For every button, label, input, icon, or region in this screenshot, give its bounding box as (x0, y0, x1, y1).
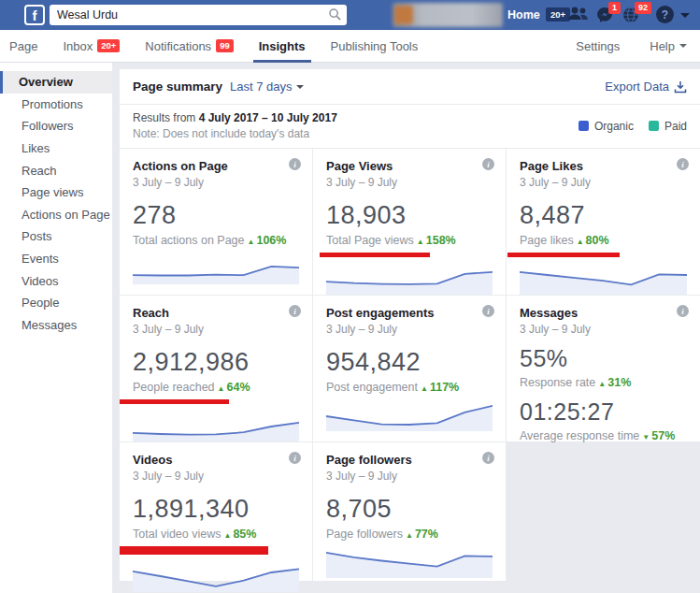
info-icon[interactable]: i (289, 452, 301, 464)
sidebar-item-videos[interactable]: Videos (0, 269, 112, 292)
metric-label-line: Page followers▲77% (326, 528, 493, 541)
account-menu-caret-icon[interactable] (680, 13, 690, 18)
delta-arrow-icon: ▼ (642, 433, 650, 441)
tab-inbox[interactable]: Inbox 20+ (63, 39, 120, 53)
tab-notifications[interactable]: Notifications 99 (145, 39, 233, 53)
metric-value: 18,903 (326, 201, 493, 230)
search-icon[interactable] (328, 7, 342, 22)
friend-requests-icon[interactable] (568, 7, 589, 21)
sparkline-chart (326, 541, 493, 578)
help-label: Help (650, 39, 675, 53)
metric-label: Page likes (520, 234, 574, 247)
export-data-button[interactable]: Export Data (605, 80, 687, 94)
card-period: 3 July – 9 July (520, 176, 687, 189)
legend-paid-label: Paid (664, 120, 687, 133)
sparkline-chart (326, 257, 493, 295)
info-icon[interactable]: i (677, 305, 689, 317)
metric-label: Total actions on Page (133, 234, 245, 247)
info-icon[interactable]: i (482, 158, 494, 170)
paid-swatch-icon (649, 121, 659, 131)
sidebar-item-label: Followers (21, 119, 74, 133)
card-period: 3 July – 9 July (133, 323, 299, 336)
info-icon[interactable]: i (482, 305, 494, 317)
metric-label: Average response time (520, 429, 639, 442)
sidebar-item-followers[interactable]: Followers (0, 115, 112, 137)
delta-value: 117% (430, 381, 459, 394)
sparkline-chart (133, 404, 299, 441)
sidebar-item-posts[interactable]: Posts (0, 225, 112, 248)
settings-link[interactable]: Settings (576, 39, 620, 53)
tab-notifications-label: Notifications (145, 39, 211, 53)
summary-card-page-likes: Page Likes3 July – 9 Julyi8,487Page like… (507, 149, 700, 296)
messenger-count-badge: 1 (608, 2, 621, 14)
metric-label: Total Page views (326, 234, 414, 247)
home-notification-badge: 20+ (546, 7, 570, 22)
facebook-logo[interactable]: f (24, 5, 45, 25)
sidebar-item-overview[interactable]: Overview (0, 71, 112, 94)
info-icon[interactable]: i (677, 158, 689, 170)
card-title: Page Views (326, 159, 493, 173)
tab-inbox-label: Inbox (63, 39, 93, 53)
tab-publishing-tools[interactable]: Publishing Tools (331, 39, 419, 53)
tab-insights[interactable]: Insights (259, 39, 306, 53)
delta-value: 64% (227, 381, 250, 394)
export-data-label: Export Data (605, 80, 669, 94)
sidebar-item-people[interactable]: People (0, 292, 112, 314)
metric-value: 1,891,340 (133, 495, 299, 524)
sparkline-chart (133, 247, 299, 284)
date-range-label: Last 7 days (230, 80, 293, 94)
sidebar-item-promotions[interactable]: Promotions (0, 94, 112, 116)
card-title: Post engagements (326, 306, 493, 320)
summary-card-page-views: Page Views3 July – 9 Julyi18,903Total Pa… (313, 149, 507, 296)
home-link[interactable]: Home (507, 8, 540, 22)
delta-value: 85% (233, 528, 256, 541)
date-range-selector[interactable]: Last 7 days (230, 80, 304, 94)
profile-name-blurred[interactable] (393, 3, 503, 27)
legend-organic: Organic (579, 120, 634, 133)
card-period: 3 July – 9 July (133, 176, 299, 189)
inbox-badge: 20+ (97, 39, 120, 52)
sidebar-item-messages[interactable]: Messages (0, 314, 112, 337)
sparkline-chart (326, 394, 493, 431)
search-input[interactable] (50, 5, 347, 25)
sidebar-item-label: Likes (21, 141, 50, 155)
export-icon (674, 80, 687, 94)
summary-card-post-engagements: Post engagements3 July – 9 Julyi954,842P… (313, 296, 507, 442)
caret-down-icon (296, 85, 304, 89)
metric-label-line: Average response time▼57% (520, 429, 687, 442)
card-title: Messages (520, 306, 687, 320)
help-menu[interactable]: Help (650, 39, 687, 53)
help-question-icon[interactable]: ? (656, 6, 674, 23)
metric-label-line: Response rate▲31% (520, 376, 687, 389)
info-icon[interactable]: i (289, 305, 301, 317)
delta-value: 80% (586, 234, 609, 247)
card-title: Page Likes (520, 159, 687, 173)
metric-label: Total video views (133, 528, 221, 541)
organic-swatch-icon (579, 121, 589, 131)
sparkline-chart (133, 555, 299, 592)
sidebar-gutter (112, 63, 120, 593)
delta-value: 77% (415, 528, 438, 541)
sidebar-item-reach[interactable]: Reach (0, 159, 112, 181)
sidebar-item-events[interactable]: Events (0, 248, 112, 270)
sidebar-item-label: Overview (19, 75, 73, 89)
tab-page[interactable]: Page (9, 39, 37, 53)
avatar (394, 6, 413, 24)
sidebar-item-page-views[interactable]: Page views (0, 181, 112, 204)
info-icon[interactable]: i (289, 158, 301, 170)
card-title: Videos (133, 453, 299, 467)
info-icon[interactable]: i (482, 452, 494, 464)
legend-organic-label: Organic (594, 120, 634, 133)
card-title: Reach (133, 306, 299, 320)
card-period: 3 July – 9 July (326, 176, 493, 189)
delta-arrow-icon: ▲ (248, 238, 255, 246)
results-prefix: Results from (133, 111, 199, 124)
sidebar-item-actions-on-page[interactable]: Actions on Page (0, 204, 112, 226)
red-annotation-underline (120, 546, 268, 555)
card-period: 3 July – 9 July (326, 323, 493, 336)
metric-label-line: People reached▲64% (133, 381, 299, 394)
sidebar-item-label: Messages (21, 318, 77, 332)
insights-sidebar: OverviewPromotionsFollowersLikesReachPag… (0, 63, 112, 593)
sidebar-item-likes[interactable]: Likes (0, 137, 112, 160)
empty-grid-cell (507, 442, 700, 581)
